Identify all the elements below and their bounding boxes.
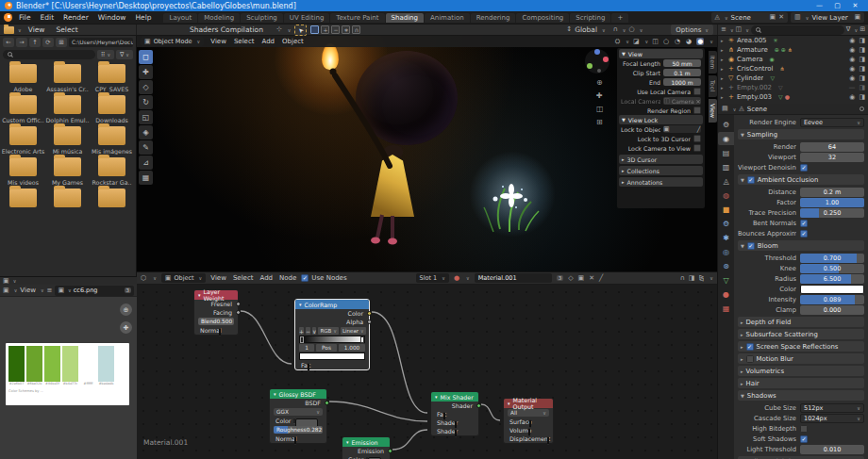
select-mode-3-icon[interactable]: ∗ — [342, 25, 350, 34]
expand-icon[interactable]: ▸ — [721, 66, 726, 72]
unlink-material-icon[interactable]: ✕ — [589, 275, 594, 282]
viewport-zoom-icon[interactable]: ⊕ — [596, 79, 604, 87]
viewport-pan-icon[interactable]: ✚ — [596, 92, 604, 100]
properties-tab-object-icon[interactable]: ■ — [718, 203, 734, 216]
outliner-item-armature[interactable]: ▸⋔Armature⊕⊕⋔◉◨ — [718, 45, 868, 55]
viewport-field[interactable]: 32 — [800, 153, 864, 162]
menu-help[interactable]: Help — [130, 13, 156, 22]
folder-item[interactable]: Electronic Arts — [1, 126, 45, 155]
shading-solid-icon[interactable]: ◔ — [674, 38, 681, 45]
roughness-slider[interactable]: Roughness0.282 — [274, 426, 323, 434]
folder-item[interactable]: Mis videos — [1, 157, 45, 186]
zoom-overlay-button[interactable]: ⊕ — [120, 303, 132, 316]
properties-tab-data-icon[interactable]: ▽ — [718, 273, 734, 287]
hide-render-icon[interactable]: ◨ — [859, 47, 865, 54]
folder-item[interactable]: Assassin's Cr.. — [45, 64, 90, 92]
focal-length-field[interactable]: 50 mm — [663, 59, 701, 67]
panel-collections-header[interactable]: ▸Collections — [619, 166, 703, 175]
new-view-layer-icon[interactable]: ▣ — [854, 14, 860, 21]
viewport-menu-view[interactable]: View — [210, 38, 226, 45]
outliner-display-mode-icon[interactable]: ≡ — [721, 26, 726, 33]
panel-depth-of-field-header[interactable]: ▸Depth of Field — [738, 317, 864, 327]
side-tab-item[interactable]: Item — [709, 51, 717, 74]
workspace-tab-layout[interactable]: Layout — [163, 13, 197, 23]
menus-collapsed-icon[interactable]: ≡ — [47, 287, 53, 294]
scale-tool-icon[interactable]: ◱ — [139, 110, 153, 124]
bounces-approximation-checkbox[interactable]: ✓ — [800, 230, 808, 238]
local-camera-field[interactable]: ◫ Camera ✕ — [663, 97, 701, 105]
axis-y-icon[interactable] — [587, 63, 593, 69]
xray-toggle-icon[interactable]: ◫ — [652, 39, 659, 45]
ramp-stop-right[interactable] — [360, 336, 364, 343]
folder-item[interactable]: Rockstar Ga.. — [90, 157, 134, 186]
fake-user-icon[interactable]: ◇ — [568, 275, 573, 282]
menu-render[interactable]: Render — [58, 13, 93, 22]
workspace-tab-sculpting[interactable]: Sculpting — [241, 13, 283, 23]
folder-item[interactable] — [45, 189, 90, 210]
side-tab-tool[interactable]: Tool — [709, 75, 717, 96]
trace-precision-slider[interactable]: 0.250 — [800, 208, 864, 218]
color-ramp-gradient[interactable] — [299, 336, 365, 343]
image-editor-icon[interactable]: ▣ — [3, 287, 9, 294]
mode-dropdown[interactable]: ▣ Object Mode∨ — [141, 37, 204, 46]
panel-motion-blur-header[interactable]: ▸Motion Blur — [738, 353, 864, 364]
facing-output-socket[interactable] — [236, 310, 241, 315]
select-mode-2-icon[interactable]: − — [331, 25, 340, 34]
viewport-menu-add[interactable]: Add — [261, 38, 275, 45]
panel-ambient-occlusion-header[interactable]: ▼✓Ambient Occlusion — [738, 174, 864, 185]
select-mode-0-icon[interactable] — [310, 25, 319, 34]
display-mode-button[interactable]: ⠿∨ — [97, 50, 114, 59]
remove-stop-button[interactable]: − — [306, 327, 310, 335]
menu-file[interactable]: File — [14, 13, 36, 22]
outliner-item-camera[interactable]: ▸◉Camera◉◉◨ — [718, 55, 868, 64]
folder-item[interactable]: Downloads — [90, 95, 134, 123]
expand-icon[interactable]: ▸ — [721, 47, 726, 53]
shader-editor[interactable]: ⬡∨ ▣Object∨ ViewSelectAddNode ✓ Use Node… — [137, 271, 717, 459]
menu-edit[interactable]: Edit — [36, 13, 59, 22]
material-browse-icon[interactable]: ● — [454, 275, 459, 282]
gizmo-dropdown-icon[interactable]: ⛭ — [615, 39, 621, 45]
folder-item[interactable] — [1, 189, 45, 210]
color-swatch[interactable] — [800, 285, 864, 294]
hide-viewport-icon[interactable]: ◉ — [849, 75, 855, 82]
properties-tab-constraints-icon[interactable]: ⊛ — [718, 259, 734, 272]
glossy-normal-socket[interactable] — [294, 436, 296, 445]
viewport-3d[interactable]: ▣ Object Mode∨ ViewSelectAddObject ⛭∨ ◪∨… — [137, 36, 717, 271]
cursor-tool-icon[interactable]: ✚ — [139, 65, 153, 79]
slot-dropdown[interactable]: Slot 1∨ — [416, 273, 449, 283]
close-button[interactable]: ✕ — [847, 2, 863, 9]
mix-output-socket[interactable] — [476, 403, 481, 408]
side-tab-view[interactable]: View — [709, 99, 717, 123]
hide-viewport-icon[interactable]: — — [848, 85, 855, 91]
outliner-item-empty-002[interactable]: ▸+Empty.002▽—◨ — [718, 83, 868, 92]
high-bitdepth-checkbox[interactable] — [800, 425, 808, 433]
lock-camera-view-checkbox[interactable] — [693, 144, 701, 152]
panel-3d-cursor-header[interactable]: ▸3D Cursor — [619, 155, 703, 164]
emission-output-socket[interactable] — [388, 449, 392, 453]
interpolation-dropdown[interactable]: Linear∨ — [341, 327, 366, 335]
workspace-tab--[interactable]: + — [611, 13, 628, 23]
panel-subsurface-scattering-header[interactable]: ▸Subsurface Scattering — [738, 329, 864, 339]
expand-icon[interactable]: ▸ — [721, 94, 726, 100]
workspace-tab-compositing[interactable]: Compositing — [516, 13, 569, 23]
properties-tab-render-icon[interactable]: ◉ — [718, 132, 734, 145]
clip-end-field[interactable]: 1000 m — [663, 78, 701, 86]
light-threshold-field[interactable]: 0.010 — [800, 445, 864, 454]
outliner-filter-icon[interactable]: ◫ — [736, 26, 743, 33]
pos-value-field[interactable]: 1.000 — [339, 344, 365, 352]
ramp-stop-left[interactable] — [300, 336, 304, 343]
properties-tab-view-layer-icon[interactable]: ▥ — [718, 160, 734, 173]
cube-size-dropdown[interactable]: 512px∨ — [800, 403, 864, 413]
threshold-slider[interactable]: 0.700 — [800, 254, 864, 263]
ambient-occlusion-checkbox[interactable]: ✓ — [747, 176, 755, 184]
bsdf-output-socket[interactable] — [325, 401, 329, 405]
properties-tab-output-icon[interactable]: ▤ — [718, 146, 734, 159]
lock-3d-cursor-checkbox[interactable] — [693, 135, 701, 142]
file-browser-select-menu[interactable]: Select — [51, 25, 82, 34]
hide-render-icon[interactable]: ◨ — [859, 57, 865, 63]
outliner-item-empty-003[interactable]: ▸+Empty.003▽●◉◨ — [718, 92, 868, 102]
viewport-menu-select[interactable]: Select — [234, 38, 255, 45]
copy-material-icon[interactable]: ▣ — [578, 275, 585, 282]
folder-item[interactable]: Custom Offic.. — [1, 95, 45, 123]
folder-item[interactable]: Dolphin Emul.. — [45, 95, 90, 123]
